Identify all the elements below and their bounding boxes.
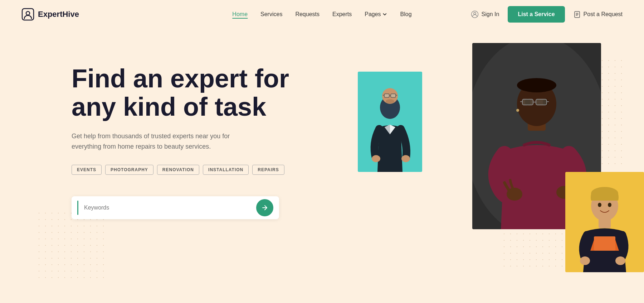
hero-images xyxy=(358,43,644,301)
svg-rect-26 xyxy=(536,99,547,105)
svg-point-13 xyxy=(401,155,410,162)
search-bar xyxy=(72,196,279,219)
svg-point-3 xyxy=(474,13,476,15)
svg-point-33 xyxy=(516,109,519,112)
brand-name: ExpertHive xyxy=(38,10,79,19)
sign-in-label: Sign In xyxy=(482,11,499,18)
dots-decoration-left xyxy=(36,210,107,282)
svg-point-12 xyxy=(372,155,380,162)
svg-point-1 xyxy=(26,11,30,15)
post-request-link[interactable]: Post a Request xyxy=(574,11,623,18)
svg-point-30 xyxy=(517,78,556,92)
person-teal-figure xyxy=(358,72,422,172)
person-yellow-figure xyxy=(565,172,644,272)
search-divider xyxy=(77,201,78,215)
sign-in-icon xyxy=(471,10,479,18)
hero-image-teal xyxy=(358,72,422,172)
hero-tags: EVENTS PHOTOGRAPHY RENOVATION INSTALLATI… xyxy=(72,165,322,175)
post-request-label: Post a Request xyxy=(584,11,623,18)
nav-experts[interactable]: Experts xyxy=(332,11,352,17)
nav-pages[interactable]: Pages xyxy=(365,11,387,18)
hero-content: Find an expert for any kind of task Get … xyxy=(72,64,322,219)
svg-point-11 xyxy=(386,99,394,104)
svg-rect-15 xyxy=(391,94,396,97)
svg-point-40 xyxy=(608,203,611,207)
navbar: ExpertHive Home Services Requests Expert… xyxy=(0,0,644,29)
hero-subtitle: Get help from thousands of trusted exper… xyxy=(72,131,258,152)
hero-title: Find an expert for any kind of task xyxy=(72,64,322,121)
nav-requests[interactable]: Requests xyxy=(295,11,319,17)
nav-links: Home Services Requests Experts Pages Blo… xyxy=(232,11,411,18)
nav-right: Sign In List a Service Post a Request xyxy=(471,6,623,23)
svg-rect-25 xyxy=(522,99,533,105)
chevron-down-icon xyxy=(382,12,387,17)
arrow-right-icon xyxy=(261,204,268,211)
tag-renovation[interactable]: RENOVATION xyxy=(157,165,199,175)
svg-point-42 xyxy=(615,256,625,265)
nav-blog[interactable]: Blog xyxy=(400,11,412,17)
list-service-button[interactable]: List a Service xyxy=(508,6,565,23)
sign-in-link[interactable]: Sign In xyxy=(471,10,499,18)
svg-rect-35 xyxy=(594,236,615,251)
tag-photography[interactable]: PHOTOGRAPHY xyxy=(105,165,153,175)
document-icon xyxy=(574,11,581,18)
search-button[interactable] xyxy=(256,199,273,216)
tag-events[interactable]: EVENTS xyxy=(72,165,102,175)
tag-repairs[interactable]: REPAIRS xyxy=(252,165,284,175)
tag-installation[interactable]: INSTALLATION xyxy=(203,165,249,175)
nav-services[interactable]: Services xyxy=(260,11,282,17)
hero-image-yellow xyxy=(565,172,644,272)
brand-logo[interactable]: ExpertHive xyxy=(21,8,79,21)
svg-point-39 xyxy=(598,203,601,207)
svg-rect-14 xyxy=(384,94,389,97)
logo-icon xyxy=(21,8,34,21)
svg-point-41 xyxy=(580,256,590,265)
hero-section: Find an expert for any kind of task Get … xyxy=(0,29,644,303)
nav-home[interactable]: Home xyxy=(232,11,248,19)
search-input[interactable] xyxy=(84,205,253,211)
